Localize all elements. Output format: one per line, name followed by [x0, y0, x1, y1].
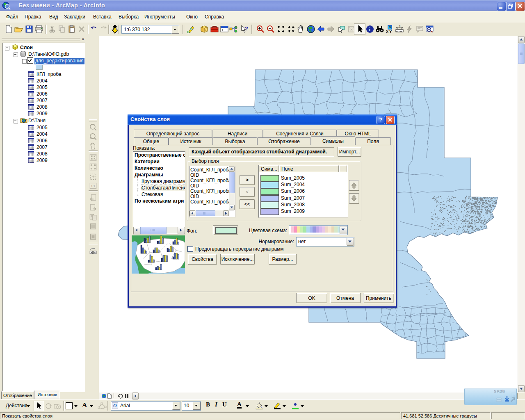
svg-text:?: ?	[399, 25, 401, 28]
svg-text:X Y: X Y	[386, 30, 392, 34]
svg-text:?: ?	[245, 25, 248, 32]
svg-text:i: i	[369, 26, 371, 32]
svg-text:1:1: 1:1	[91, 184, 96, 188]
svg-text:O: O	[113, 403, 117, 409]
